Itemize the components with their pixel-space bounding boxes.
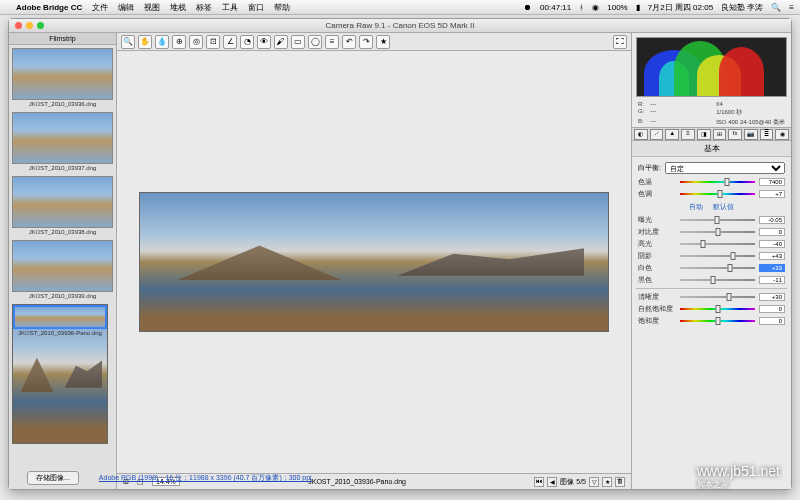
menu-file[interactable]: 文件 [92,2,108,13]
window-titlebar[interactable]: Camera Raw 9.1 - Canon EOS 5D Mark II [9,19,791,33]
menu-label[interactable]: 标签 [196,2,212,13]
tab-fx[interactable]: fx [728,129,742,140]
battery-icon: ▮ [636,3,640,12]
auto-link[interactable]: 自动 [689,202,703,212]
canvas[interactable] [117,51,631,473]
bluetooth-icon[interactable]: ᚼ [579,3,584,12]
basic-controls: 白平衡: 自定 色温7400 色调+7 自动默认值 曝光-0.05 对比度0 高… [632,157,791,489]
recording-icon: ⏺ [524,3,532,12]
zoom-tool[interactable]: 🔍 [121,35,135,49]
traffic-lights[interactable] [15,22,44,29]
footer: 存储图像... Adobe RGB (1998)；16 位；11988 x 33… [17,467,783,489]
camera-raw-window: Camera Raw 9.1 - Canon EOS 5D Mark II Fi… [8,18,792,490]
menu-window[interactable]: 窗口 [248,2,264,13]
blacks-slider[interactable] [680,279,755,281]
wifi-icon[interactable]: ◉ [592,3,599,12]
spot-tool[interactable]: ◔ [240,35,254,49]
tab-curve[interactable]: ⟋ [650,129,664,140]
menu-help[interactable]: 帮助 [274,2,290,13]
radial-tool[interactable]: ◯ [308,35,322,49]
menubar-date[interactable]: 7月2日 周四 02:05 [648,2,713,13]
shadows-slider[interactable] [680,255,755,257]
highlights-slider[interactable] [680,243,755,245]
redeye-tool[interactable]: 👁 [257,35,271,49]
menubar-user[interactable]: 良知塾 李涛 [721,2,763,13]
tab-lens[interactable]: ⊞ [713,129,727,140]
exif-info: R:---f/4 G:---1/1600 秒 B:---ISO 400 24-1… [632,101,791,127]
filmstrip-list[interactable]: JKOST_2010_03936.dng JKOST_2010_03937.dn… [9,45,116,489]
right-panel: R:---f/4 G:---1/1600 秒 B:---ISO 400 24-1… [631,33,791,489]
rotate-cw-tool[interactable]: ↷ [359,35,373,49]
temp-value[interactable]: 7400 [759,178,785,186]
whites-value[interactable]: +33 [759,264,785,272]
expand-icon[interactable]: ⛶ [613,35,627,49]
window-title: Camera Raw 9.1 - Canon EOS 5D Mark II [326,21,475,30]
brush-tool[interactable]: 🖌 [274,35,288,49]
clarity-slider[interactable] [680,296,755,298]
thumb[interactable]: JKOST_2010_03939.dng [12,240,113,300]
preview-image [139,192,608,332]
tab-snap[interactable]: ◉ [775,129,789,140]
crop-tool[interactable]: ⊡ [206,35,220,49]
color-sampler-tool[interactable]: ⊕ [172,35,186,49]
hand-tool[interactable]: ✋ [138,35,152,49]
straighten-tool[interactable]: ∠ [223,35,237,49]
vibrance-slider[interactable] [680,308,755,310]
thumb[interactable]: JKOST_2010_03938.dng [12,176,113,236]
star-tool[interactable]: ★ [376,35,390,49]
tab-cal[interactable]: 📷 [744,129,758,140]
menubar-time: 00:47:11 [540,3,571,12]
wb-label: 白平衡: [638,163,661,173]
target-tool[interactable]: ◎ [189,35,203,49]
menu-view[interactable]: 视图 [144,2,160,13]
save-button[interactable]: 存储图像... [27,471,79,485]
thumb[interactable]: JKOST_2010_03937.dng [12,112,113,172]
panel-tabs: ◐ ⟋ ▲ ≡ ◨ ⊞ fx 📷 ≣ ◉ [632,127,791,141]
spotlight-icon[interactable]: 🔍 [771,3,781,12]
tab-preset[interactable]: ≣ [760,129,774,140]
whites-slider[interactable] [680,267,755,269]
tint-value[interactable]: +7 [759,190,785,198]
tab-basic[interactable]: ◐ [634,129,648,140]
histogram[interactable] [636,37,787,97]
menu-edit[interactable]: 编辑 [118,2,134,13]
prefs-tool[interactable]: ≡ [325,35,339,49]
mac-menubar: Adobe Bridge CC 文件 编辑 视图 堆栈 标签 工具 窗口 帮助 … [0,0,800,15]
menu-tools[interactable]: 工具 [222,2,238,13]
exposure-slider[interactable] [680,219,755,221]
rotate-ccw-tool[interactable]: ↶ [342,35,356,49]
grad-tool[interactable]: ▭ [291,35,305,49]
app-name[interactable]: Adobe Bridge CC [16,3,82,12]
watermark: www.jb51.net脚本之家 [697,463,780,490]
workflow-link[interactable]: Adobe RGB (1998)；16 位；11988 x 3396 (40.7… [99,473,312,483]
menu-extra-icon[interactable]: ≡ [789,3,794,12]
thumb[interactable]: JKOST_2010_03936.dng [12,48,113,108]
filmstrip-panel: Filmstrip JKOST_2010_03936.dng JKOST_201… [9,33,117,489]
tint-slider[interactable] [680,193,755,195]
temp-slider[interactable] [680,181,755,183]
saturation-slider[interactable] [680,320,755,322]
tab-hsl[interactable]: ≡ [681,129,695,140]
thumb-selected[interactable]: JKOST_2010_03936-Pano.dng [12,304,108,444]
default-link[interactable]: 默认值 [713,202,734,212]
filmstrip-header: Filmstrip [9,33,116,45]
wb-picker-tool[interactable]: 💧 [155,35,169,49]
battery-pct: 100% [607,3,627,12]
tab-detail[interactable]: ▲ [665,129,679,140]
contrast-slider[interactable] [680,231,755,233]
center-panel: 🔍 ✋ 💧 ⊕ ◎ ⊡ ∠ ◔ 👁 🖌 ▭ ◯ ≡ ↶ ↷ ★ ⛶ [117,33,631,489]
tab-split[interactable]: ◨ [697,129,711,140]
menu-stack[interactable]: 堆栈 [170,2,186,13]
wb-select[interactable]: 自定 [665,162,785,174]
toolbar: 🔍 ✋ 💧 ⊕ ◎ ⊡ ∠ ◔ 👁 🖌 ▭ ◯ ≡ ↶ ↷ ★ ⛶ [117,33,631,51]
section-title: 基本 [632,141,791,157]
